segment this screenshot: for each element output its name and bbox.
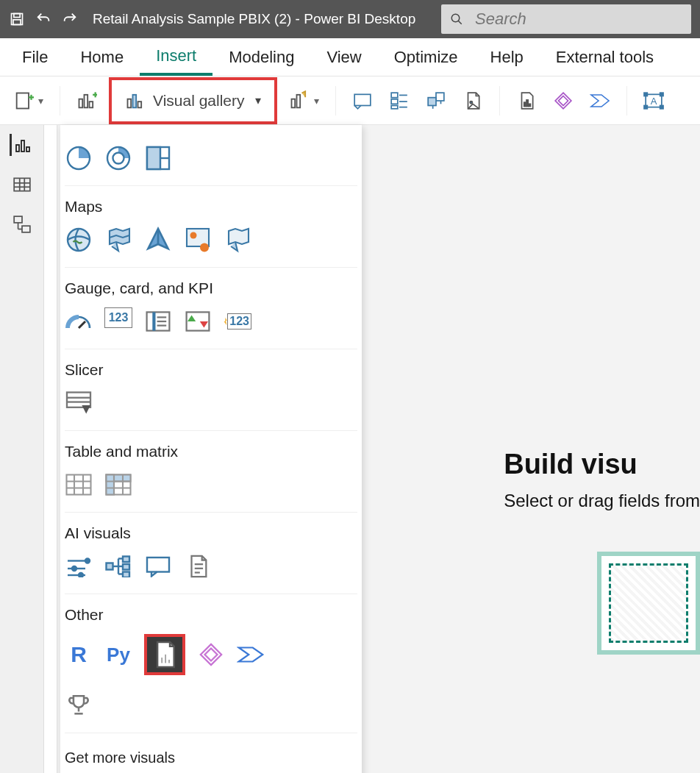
svg-rect-15	[138, 101, 142, 107]
new-page-button[interactable]: ▾	[9, 85, 48, 117]
svg-rect-37	[644, 105, 647, 108]
canvas-subtext: Select or drag fields from	[504, 491, 700, 511]
shape-map-icon[interactable]	[224, 226, 251, 254]
more-visuals-button[interactable]: ▾	[285, 85, 324, 117]
redo-icon[interactable]	[62, 11, 78, 27]
svg-rect-104	[164, 654, 167, 664]
power-apps-icon	[553, 90, 574, 111]
r-visual-icon[interactable]: R	[65, 641, 93, 669]
svg-point-60	[190, 232, 197, 239]
card-new-icon[interactable]: 123	[224, 307, 251, 335]
power-automate-icon	[590, 90, 610, 111]
menu-optimize[interactable]: Optimize	[378, 38, 474, 76]
svg-rect-30	[524, 102, 525, 106]
sparkline-icon: A	[643, 90, 664, 111]
image-icon	[463, 90, 483, 111]
menu-file[interactable]: File	[6, 38, 64, 76]
smart-narrative-icon[interactable]	[184, 552, 212, 580]
get-more-visuals-link[interactable]: Get more visuals	[65, 733, 357, 766]
python-visual-icon[interactable]: Py	[104, 641, 132, 669]
map-icon[interactable]	[65, 226, 93, 254]
buttons-button[interactable]	[385, 85, 414, 117]
section-table: Table and matrix	[65, 438, 357, 468]
menu-modeling[interactable]: Modeling	[213, 38, 310, 76]
search-input[interactable]	[474, 9, 682, 29]
arcgis-map-icon[interactable]	[184, 226, 212, 254]
svg-point-57	[68, 229, 90, 251]
gauge-icon[interactable]	[65, 307, 93, 335]
svg-rect-25	[436, 93, 444, 101]
table-view-icon[interactable]	[11, 174, 33, 196]
svg-rect-1	[14, 14, 20, 18]
menu-view[interactable]: View	[310, 38, 377, 76]
svg-rect-69	[67, 392, 90, 407]
filled-map-icon[interactable]	[104, 226, 132, 254]
matrix-icon[interactable]	[104, 471, 132, 499]
card-icon[interactable]: 123	[104, 307, 132, 328]
buttons-icon	[389, 90, 410, 111]
new-page-icon	[13, 90, 34, 111]
slicer-icon[interactable]	[65, 389, 93, 417]
donut-chart-icon[interactable]	[104, 144, 132, 172]
image-button[interactable]	[458, 85, 488, 117]
left-rail	[0, 125, 44, 773]
paginated-report-visual-icon[interactable]	[144, 634, 185, 675]
paginated-report-button[interactable]	[512, 85, 541, 117]
svg-rect-18	[354, 94, 371, 105]
svg-point-87	[72, 566, 76, 571]
menu-help[interactable]: Help	[474, 38, 540, 76]
power-apps-button[interactable]	[549, 85, 578, 117]
svg-rect-26	[428, 97, 436, 105]
svg-rect-8	[79, 99, 83, 107]
save-icon[interactable]	[9, 11, 25, 27]
power-automate-button[interactable]	[585, 85, 615, 117]
model-view-icon[interactable]	[11, 213, 33, 235]
svg-point-29	[470, 101, 472, 103]
separator	[60, 86, 60, 115]
canvas-hint: Build visu Select or drag fields from	[504, 449, 700, 511]
svg-point-85	[85, 559, 90, 563]
section-maps: Maps	[65, 193, 357, 223]
pie-chart-icon[interactable]	[65, 144, 93, 172]
new-visual-icon	[76, 90, 97, 111]
kpi-icon[interactable]	[184, 307, 212, 335]
report-view-icon[interactable]	[10, 134, 32, 156]
menu-external-tools[interactable]: External tools	[540, 38, 670, 76]
undo-icon[interactable]	[35, 11, 51, 27]
table-icon[interactable]	[65, 471, 93, 499]
power-apps-visual-icon[interactable]	[197, 641, 225, 669]
svg-rect-10	[90, 101, 93, 107]
svg-rect-20	[391, 99, 398, 104]
trophy-icon[interactable]	[65, 691, 93, 719]
section-ai: AI visuals	[65, 520, 357, 549]
svg-rect-72	[67, 475, 91, 495]
svg-rect-2	[13, 20, 21, 25]
sparkline-button[interactable]: A	[639, 85, 668, 117]
shapes-button[interactable]	[421, 85, 451, 117]
visual-placeholder[interactable]	[597, 552, 700, 655]
treemap-icon[interactable]	[144, 144, 172, 172]
key-influencers-icon[interactable]	[65, 552, 93, 580]
separator	[626, 86, 627, 115]
new-visual-button[interactable]	[72, 85, 101, 117]
visual-gallery-button[interactable]: Visual gallery ▾	[109, 77, 277, 124]
svg-rect-19	[391, 93, 398, 98]
svg-point-61	[200, 243, 209, 252]
menu-insert[interactable]: Insert	[140, 38, 213, 76]
visual-gallery-dropdown: Maps Gauge, card, and KPI 123 123 Slicer…	[60, 125, 362, 773]
multi-row-card-icon[interactable]	[144, 307, 172, 335]
power-automate-visual-icon[interactable]	[237, 641, 265, 669]
decomposition-tree-icon[interactable]	[104, 552, 132, 580]
svg-rect-47	[14, 216, 22, 223]
paginated-report-icon	[516, 90, 537, 111]
azure-map-icon[interactable]	[144, 226, 172, 254]
text-box-button[interactable]	[348, 85, 377, 117]
svg-rect-105	[168, 659, 171, 664]
section-other: Other	[65, 602, 357, 631]
menu-home[interactable]: Home	[64, 38, 140, 76]
search-box[interactable]	[441, 4, 691, 34]
qa-icon[interactable]	[144, 552, 172, 580]
shapes-icon	[426, 90, 446, 111]
svg-rect-55	[147, 147, 160, 169]
menubar: File Home Insert Modeling View Optimize …	[0, 38, 700, 76]
